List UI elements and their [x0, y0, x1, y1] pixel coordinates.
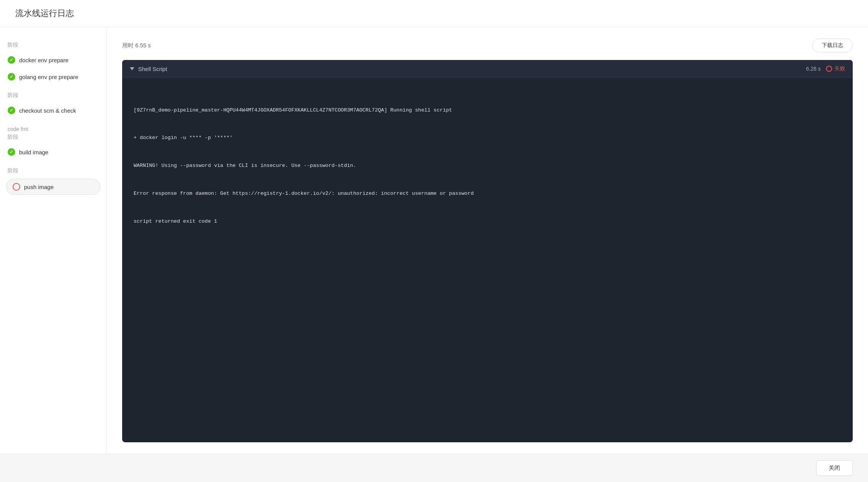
log-line-1: [9Z7rnB_demo-pipeline_master-HQPU44W4MT4… [134, 106, 841, 115]
sidebar: 阶段 docker env prepare golang env pre pre… [0, 27, 107, 454]
success-icon [8, 73, 15, 81]
stage-label-3: code fmt 阶段 [0, 123, 106, 144]
sidebar-item-docker-env[interactable]: docker env prepare [0, 52, 106, 68]
stage-section-4: 阶段 push image [0, 164, 106, 195]
log-line-4: Error response from daemon: Get https://… [134, 189, 841, 198]
sidebar-item-push-image[interactable]: push image [6, 179, 100, 195]
sidebar-item-checkout-scm[interactable]: checkout scm & check [0, 102, 106, 119]
log-container: Shell Script 6.28 s 失败 [9Z7rnB_demo-pipe… [122, 60, 853, 442]
status-label: 失败 [834, 65, 845, 72]
close-button[interactable]: 关闭 [816, 460, 853, 476]
sidebar-item-label: push image [24, 184, 54, 190]
log-header-right: 6.28 s 失败 [806, 65, 845, 72]
log-line-3: WARNING! Using --password via the CLI is… [134, 161, 841, 170]
error-icon [13, 183, 20, 191]
sidebar-item-label: checkout scm & check [19, 107, 76, 114]
log-header: Shell Script 6.28 s 失败 [122, 60, 853, 78]
log-line-5: script returned exit code 1 [134, 217, 841, 226]
stage-section-3: code fmt 阶段 build image [0, 123, 106, 160]
log-line-2: + docker login -u **** -p '****' [134, 133, 841, 142]
time-info: 用时 6.55 s [122, 42, 151, 49]
stage-label-4: 阶段 [0, 164, 106, 177]
sidebar-item-golang-env[interactable]: golang env pre prepare [0, 68, 106, 85]
log-status: 失败 [826, 65, 845, 72]
page-footer: 关闭 [0, 454, 868, 482]
success-icon [8, 107, 15, 114]
sidebar-item-build-image[interactable]: build image [0, 144, 106, 160]
chevron-down-icon[interactable] [130, 67, 134, 70]
log-duration: 6.28 s [806, 66, 821, 72]
script-name: Shell Script [138, 66, 167, 72]
page-title: 流水线运行日志 [15, 8, 853, 19]
sidebar-item-label: docker env prepare [19, 57, 68, 63]
success-icon [8, 148, 15, 156]
log-header-left: Shell Script [130, 66, 167, 72]
content-header: 用时 6.55 s 下载日志 [122, 39, 853, 52]
download-log-button[interactable]: 下载日志 [812, 39, 853, 52]
success-icon [8, 56, 15, 64]
content-area: 用时 6.55 s 下载日志 Shell Script 6.28 s 失败 [9 [107, 27, 868, 454]
sidebar-item-label: golang env pre prepare [19, 74, 78, 80]
sidebar-item-label: build image [19, 149, 48, 155]
log-body: [9Z7rnB_demo-pipeline_master-HQPU44W4MT4… [122, 78, 853, 254]
stage-section-1: 阶段 docker env prepare golang env pre pre… [0, 39, 106, 85]
stage-label-1: 阶段 [0, 39, 106, 52]
stage-label-2: 阶段 [0, 89, 106, 102]
error-status-icon [826, 66, 832, 72]
stage-section-2: 阶段 checkout scm & check [0, 89, 106, 119]
